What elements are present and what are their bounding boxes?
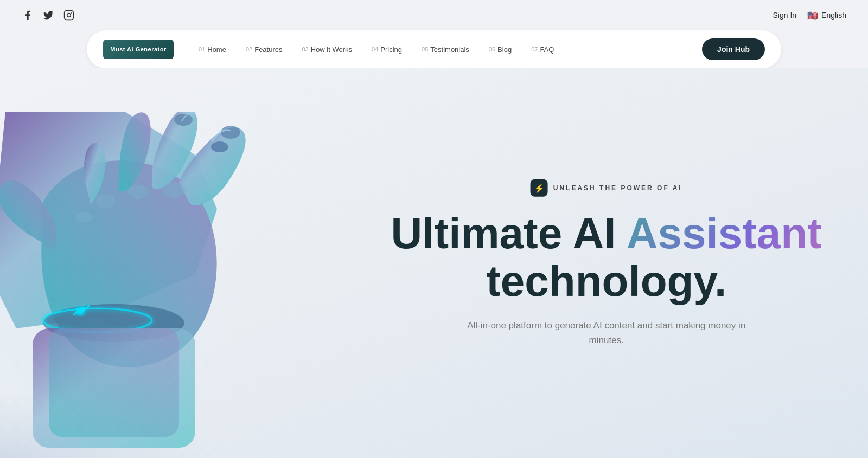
hero-badge: ⚡ UNLEASH THE POWER OF AI [531,179,682,197]
svg-point-5 [211,141,228,152]
nav-item-pricing[interactable]: 04Pricing [363,41,411,58]
top-right: Sign In 🇺🇸 English [773,10,846,21]
navbar: Must Ai Generator 01Home02Features03How … [87,30,781,68]
hero-title-gradient: Assistant [627,209,822,257]
top-bar: Sign In 🇺🇸 English [0,0,868,30]
nav-item-blog[interactable]: 06Blog [480,41,520,58]
hero-section: ⚡ UNLEASH THE POWER OF AI Ultimate AI As… [0,68,868,458]
nav-item-features[interactable]: 02Features [237,41,291,58]
svg-point-7 [162,183,186,198]
badge-text: UNLEASH THE POWER OF AI [553,184,682,192]
facebook-icon[interactable] [22,9,34,21]
social-icons [22,9,75,21]
svg-point-4 [221,126,240,139]
nav-item-faq[interactable]: 07FAQ [522,41,563,58]
language-label: English [821,11,846,20]
instagram-icon[interactable] [63,9,75,21]
svg-point-8 [127,185,149,199]
nav-item-home[interactable]: 01Home [190,41,235,58]
svg-rect-0 [65,11,74,20]
hero-subtitle: All-in-one platform to generate AI conte… [465,318,748,347]
sign-in-link[interactable]: Sign In [773,11,796,20]
svg-point-1 [67,14,71,17]
join-hub-button[interactable]: Join Hub [702,38,765,60]
svg-point-10 [75,212,93,223]
hero-content: ⚡ UNLEASH THE POWER OF AI Ultimate AI As… [391,179,822,347]
logo[interactable]: Must Ai Generator [103,40,174,59]
flag-icon: 🇺🇸 [807,10,818,21]
nav-links: 01Home02Features03How it Works04Pricing0… [190,41,702,58]
logo-area[interactable]: Must Ai Generator [103,40,174,59]
nav-item-how-it-works[interactable]: 03How it Works [293,41,361,58]
robot-hand [0,112,298,448]
hero-title: Ultimate AI Assistant technology. [391,210,822,305]
twitter-icon[interactable] [42,9,54,21]
hero-title-part2: technology. [486,257,726,305]
badge-lightning-icon: ⚡ [531,179,548,197]
hero-title-part1: Ultimate AI [391,209,627,257]
svg-rect-15 [49,328,179,437]
language-selector[interactable]: 🇺🇸 English [807,10,846,21]
svg-point-16 [76,307,85,315]
svg-point-2 [71,12,72,13]
nav-item-testimonials[interactable]: 05Testimonials [413,41,478,58]
svg-point-9 [96,195,116,208]
